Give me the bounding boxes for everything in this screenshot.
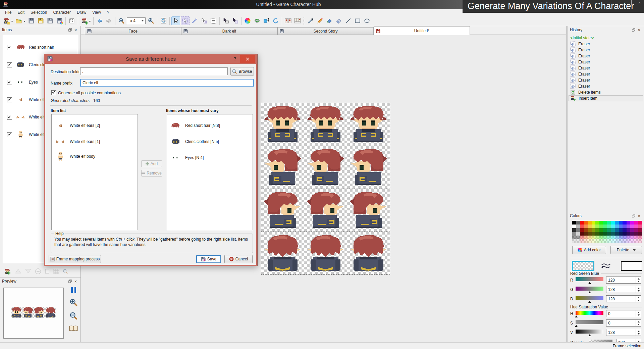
rotate-tool-button[interactable]: [271, 16, 280, 25]
palette-color[interactable]: [630, 239, 634, 243]
slider-marker[interactable]: [588, 281, 591, 284]
minimize-button[interactable]: –: [620, 1, 623, 5]
palette-color[interactable]: [599, 228, 603, 232]
palette-color[interactable]: [599, 236, 603, 239]
b-slider[interactable]: [576, 296, 603, 300]
menu-file[interactable]: File: [2, 10, 14, 15]
sprite-cell-left[interactable]: [261, 146, 304, 189]
palette-color[interactable]: [603, 232, 607, 236]
palette-color[interactable]: [576, 239, 580, 243]
menu-view[interactable]: View: [89, 10, 104, 15]
palette-color[interactable]: [638, 225, 642, 228]
palette-color[interactable]: [619, 239, 623, 243]
slider-marker[interactable]: [588, 299, 591, 303]
history-entry[interactable]: Delete items: [569, 89, 643, 95]
secondary-color-swatch[interactable]: [621, 261, 642, 271]
preview-zoom-out-button[interactable]: [69, 312, 77, 320]
palette-color[interactable]: [630, 221, 634, 225]
slider-marker[interactable]: [588, 290, 591, 293]
palette-color[interactable]: [630, 236, 634, 239]
save-copy-button[interactable]: [46, 16, 54, 25]
history-entry[interactable]: Eraser: [569, 83, 643, 89]
palette-color[interactable]: [619, 221, 623, 225]
checkbox[interactable]: [7, 45, 12, 50]
spin-up-icon[interactable]: [638, 320, 640, 322]
menu-edit[interactable]: Edit: [14, 10, 28, 15]
tab-untitled[interactable]: Untitled*: [374, 26, 470, 35]
checkbox[interactable]: [7, 97, 12, 102]
maximize-button[interactable]: [631, 1, 632, 5]
remove-item-button[interactable]: [35, 268, 41, 275]
palette-color[interactable]: [599, 239, 603, 243]
history-entry[interactable]: Eraser: [569, 53, 643, 59]
close-panel-icon[interactable]: ×: [73, 279, 78, 284]
palette-color[interactable]: [630, 225, 634, 228]
spin-down-icon[interactable]: [638, 333, 640, 336]
g-spinbox[interactable]: 128: [606, 286, 641, 293]
list-item[interactable]: Red short hair: [7, 42, 54, 53]
book-button[interactable]: [69, 325, 78, 332]
compare-frames-button[interactable]: [284, 16, 292, 25]
palette-color[interactable]: [615, 225, 619, 228]
spin-up-icon[interactable]: [638, 287, 640, 289]
palette-color[interactable]: [634, 221, 638, 225]
palette-color[interactable]: [619, 228, 623, 232]
tab-dark-elf[interactable]: Dark elf: [181, 27, 277, 35]
tool-line[interactable]: [344, 16, 353, 25]
spin-up-icon[interactable]: [638, 277, 640, 280]
cancel-button[interactable]: Cancel: [224, 255, 253, 263]
sprite-cell-back[interactable]: [304, 232, 347, 275]
palette-color[interactable]: [576, 232, 580, 236]
open-button[interactable]: [14, 16, 23, 25]
palette-color[interactable]: [584, 232, 588, 236]
palette-color[interactable]: [603, 225, 607, 228]
slider-marker[interactable]: [575, 314, 578, 317]
history-entry[interactable]: Eraser: [569, 41, 643, 47]
close-panel-icon[interactable]: ×: [73, 27, 78, 33]
primary-color-swatch[interactable]: [572, 261, 594, 271]
item-zoom-button[interactable]: [63, 269, 68, 274]
palette-color[interactable]: [572, 225, 576, 228]
change-hue-button[interactable]: [253, 16, 261, 25]
tool-select-frame[interactable]: [200, 16, 208, 25]
palette-color[interactable]: [584, 239, 588, 243]
palette-color[interactable]: [615, 232, 619, 236]
float-panel-icon[interactable]: [67, 27, 73, 33]
palette-color[interactable]: [595, 232, 599, 236]
palette-color[interactable]: [599, 221, 603, 225]
preview-zoom-in-button[interactable]: [69, 298, 77, 306]
palette-color[interactable]: [576, 221, 580, 225]
tool-move-frame[interactable]: [221, 16, 230, 25]
history-entry[interactable]: Eraser: [569, 71, 643, 77]
h-spinbox[interactable]: 0: [606, 310, 641, 317]
palette-color[interactable]: [592, 236, 596, 239]
palette-color[interactable]: [576, 225, 580, 228]
palette-color[interactable]: [603, 228, 607, 232]
palette-color[interactable]: [623, 239, 627, 243]
palette-color[interactable]: [627, 221, 631, 225]
palette-color[interactable]: [580, 236, 584, 239]
open-dropdown-caret[interactable]: [23, 21, 25, 23]
palette-color[interactable]: [580, 228, 584, 232]
palette-color[interactable]: [580, 225, 584, 228]
insert-item-button[interactable]: [80, 16, 89, 25]
palette-color[interactable]: [607, 221, 611, 225]
palette-grid[interactable]: [572, 221, 642, 243]
palette-color[interactable]: [607, 236, 611, 239]
add-button[interactable]: Add: [141, 160, 162, 167]
palette-color[interactable]: [572, 236, 576, 239]
sprite-sheet[interactable]: [261, 103, 390, 275]
new-character-button[interactable]: [2, 16, 11, 25]
close-button[interactable]: ×: [638, 1, 641, 5]
palette-color[interactable]: [572, 221, 576, 225]
tool-rect-select[interactable]: [181, 16, 190, 25]
close-panel-icon[interactable]: ×: [636, 213, 642, 218]
sprite-cell-back[interactable]: [261, 232, 304, 275]
palette-color[interactable]: [603, 221, 607, 225]
palette-color[interactable]: [627, 236, 631, 239]
palette-color[interactable]: [607, 228, 611, 232]
swap-colors-icon[interactable]: [601, 262, 611, 269]
item-list-box[interactable]: White elf ears [2] White elf ears [1] Wh…: [51, 114, 138, 230]
history-entry-initial[interactable]: <Initial state>: [569, 35, 643, 41]
palette-color[interactable]: [607, 232, 611, 236]
